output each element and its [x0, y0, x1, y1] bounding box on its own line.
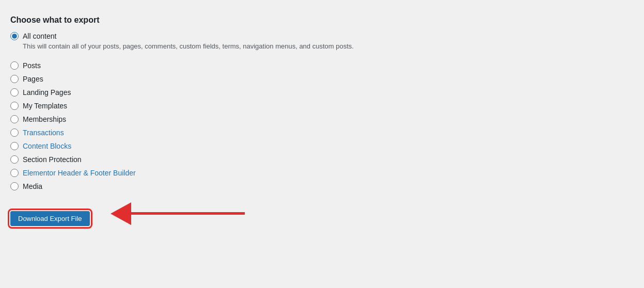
radio-item-memberships[interactable]: Memberships — [10, 115, 634, 123]
radio-item-content-blocks[interactable]: Content Blocks — [10, 142, 634, 150]
radio-content-blocks[interactable] — [10, 142, 19, 150]
section-title: Choose what to export — [10, 15, 634, 25]
export-page: Choose what to export All content This w… — [10, 10, 634, 231]
radio-item-elementor[interactable]: Elementor Header & Footer Builder — [10, 169, 634, 177]
arrow-head — [111, 202, 131, 225]
label-transactions[interactable]: Transactions — [23, 129, 64, 137]
label-section-protection[interactable]: Section Protection — [23, 155, 82, 164]
radio-all-content[interactable] — [10, 32, 19, 40]
radio-memberships[interactable] — [10, 115, 19, 123]
radio-item-landing-pages[interactable]: Landing Pages — [10, 88, 634, 97]
radio-transactions[interactable] — [10, 129, 19, 137]
radio-item-posts[interactable]: Posts — [10, 61, 634, 70]
radio-item-pages[interactable]: Pages — [10, 75, 634, 83]
radio-my-templates[interactable] — [10, 102, 19, 110]
radio-item-my-templates[interactable]: My Templates — [10, 102, 634, 110]
button-area: Download Export File — [10, 201, 634, 226]
export-options: All content This will contain all of you… — [10, 32, 634, 190]
label-landing-pages[interactable]: Landing Pages — [23, 88, 71, 97]
arrow-indicator — [111, 202, 245, 225]
label-all-content[interactable]: All content — [23, 32, 56, 40]
label-elementor[interactable]: Elementor Header & Footer Builder — [23, 169, 136, 177]
label-memberships[interactable]: Memberships — [23, 115, 66, 123]
arrow-line — [131, 212, 245, 215]
radio-item-transactions[interactable]: Transactions — [10, 129, 634, 137]
label-my-templates[interactable]: My Templates — [23, 102, 67, 110]
label-posts[interactable]: Posts — [23, 61, 41, 70]
radio-posts[interactable] — [10, 61, 19, 70]
label-media[interactable]: Media — [23, 182, 42, 190]
all-content-wrapper: All content This will contain all of you… — [10, 32, 634, 55]
radio-item-all-content[interactable]: All content — [10, 32, 634, 40]
radio-item-media[interactable]: Media — [10, 182, 634, 190]
label-pages[interactable]: Pages — [23, 75, 43, 83]
radio-section-protection[interactable] — [10, 155, 19, 164]
arrow-shape — [111, 202, 245, 225]
download-export-button[interactable]: Download Export File — [10, 211, 90, 226]
radio-elementor[interactable] — [10, 169, 19, 177]
all-content-description: This will contain all of your posts, pag… — [10, 42, 634, 50]
radio-landing-pages[interactable] — [10, 88, 19, 97]
radio-item-section-protection[interactable]: Section Protection — [10, 155, 634, 164]
radio-pages[interactable] — [10, 75, 19, 83]
label-content-blocks[interactable]: Content Blocks — [23, 142, 71, 150]
radio-media[interactable] — [10, 182, 19, 190]
